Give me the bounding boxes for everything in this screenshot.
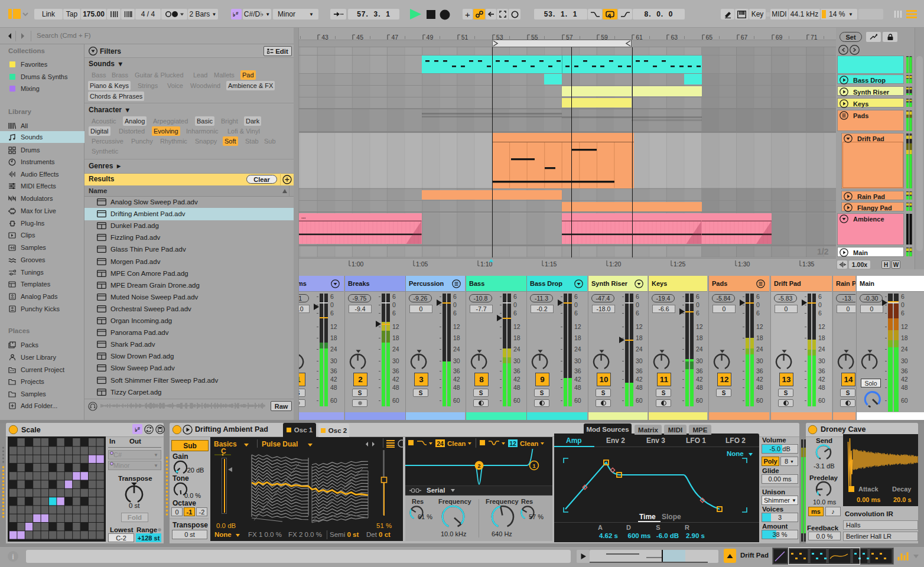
svg-text:♭: ♭	[233, 12, 235, 18]
svg-text:i: i	[12, 552, 14, 561]
svg-text:2: 2	[477, 463, 480, 469]
svg-text:#: #	[236, 11, 239, 16]
svg-text:1: 1	[532, 463, 535, 469]
svg-text:...: ...	[301, 214, 306, 220]
